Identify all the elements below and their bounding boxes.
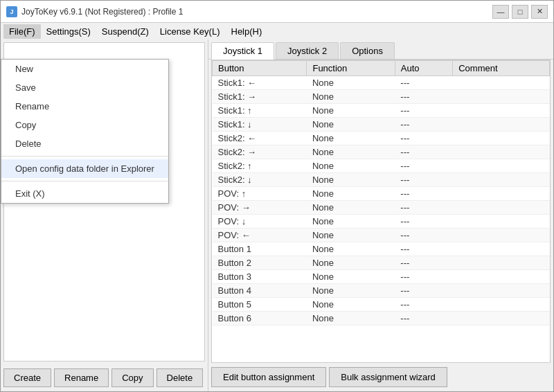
menu-new[interactable]: New bbox=[1, 60, 168, 78]
cell-comment bbox=[453, 242, 550, 256]
cell-auto: --- bbox=[395, 284, 452, 298]
menu-license[interactable]: License Key(L) bbox=[154, 24, 226, 39]
cell-button: Stick2: ↑ bbox=[213, 159, 307, 173]
right-panel: Joystick 1 Joystick 2 Options Button Fun… bbox=[208, 39, 553, 391]
cell-auto: --- bbox=[395, 90, 452, 104]
table-row[interactable]: Button 4None--- bbox=[213, 284, 550, 298]
table-row[interactable]: POV: ↑None--- bbox=[213, 187, 550, 201]
rename-button[interactable]: Rename bbox=[54, 368, 109, 387]
table-row[interactable]: Stick2: ←None--- bbox=[213, 132, 550, 145]
col-header-auto: Auto bbox=[395, 61, 452, 76]
menu-separator-2 bbox=[1, 181, 168, 181]
cell-comment bbox=[453, 187, 550, 201]
create-button[interactable]: Create bbox=[3, 368, 51, 387]
edit-assignment-button[interactable]: Edit button assignment bbox=[211, 367, 326, 387]
tab-joystick1[interactable]: Joystick 1 bbox=[211, 42, 274, 60]
cell-comment bbox=[453, 284, 550, 298]
cell-comment bbox=[453, 90, 550, 104]
file-dropdown-menu: New Save Rename Copy Delete Open config … bbox=[1, 59, 169, 204]
cell-comment bbox=[453, 298, 550, 312]
cell-auto: --- bbox=[395, 298, 452, 312]
cell-function: None bbox=[307, 242, 395, 256]
cell-comment bbox=[453, 104, 550, 118]
cell-comment bbox=[453, 229, 550, 242]
minimize-button[interactable]: — bbox=[492, 5, 509, 19]
cell-button: Stick1: ↑ bbox=[213, 104, 307, 118]
table-row[interactable]: Stick1: ↑None--- bbox=[213, 104, 550, 118]
cell-button: POV: ↓ bbox=[213, 215, 307, 229]
cell-comment bbox=[453, 145, 550, 159]
menu-separator-1 bbox=[1, 156, 168, 157]
cell-button: POV: ← bbox=[213, 229, 307, 242]
cell-function: None bbox=[307, 187, 395, 201]
cell-comment bbox=[453, 270, 550, 284]
tab-joystick2[interactable]: Joystick 2 bbox=[276, 42, 339, 59]
cell-comment bbox=[453, 256, 550, 270]
cell-function: None bbox=[307, 256, 395, 270]
cell-auto: --- bbox=[395, 132, 452, 145]
tabs-bar: Joystick 1 Joystick 2 Options bbox=[208, 39, 553, 60]
menu-settings[interactable]: Settings(S) bbox=[41, 24, 96, 39]
cell-button: Button 3 bbox=[213, 270, 307, 284]
title-bar: J JoyToKey v6.9.1 (Not Registered) : Pro… bbox=[1, 1, 553, 23]
menu-delete[interactable]: Delete bbox=[1, 134, 168, 153]
menu-bar: File(F) Settings(S) Suspend(Z) License K… bbox=[1, 23, 553, 41]
cell-function: None bbox=[307, 215, 395, 229]
menu-help[interactable]: Help(H) bbox=[226, 24, 268, 39]
button-table-container[interactable]: Button Function Auto Comment Stick1: ←No… bbox=[211, 60, 551, 363]
main-window: J JoyToKey v6.9.1 (Not Registered) : Pro… bbox=[0, 0, 554, 392]
cell-auto: --- bbox=[395, 256, 452, 270]
cell-comment bbox=[453, 76, 550, 90]
menu-rename[interactable]: Rename bbox=[1, 97, 168, 116]
table-row[interactable]: POV: ←None--- bbox=[213, 229, 550, 242]
col-header-button: Button bbox=[213, 61, 307, 76]
tab-options[interactable]: Options bbox=[340, 42, 395, 59]
table-row[interactable]: Button 6None--- bbox=[213, 312, 550, 326]
table-row[interactable]: Stick1: ↓None--- bbox=[213, 118, 550, 132]
button-table: Button Function Auto Comment Stick1: ←No… bbox=[212, 60, 550, 326]
cell-function: None bbox=[307, 159, 395, 173]
table-row[interactable]: Button 5None--- bbox=[213, 298, 550, 312]
menu-save[interactable]: Save bbox=[1, 78, 168, 97]
table-row[interactable]: Stick2: →None--- bbox=[213, 145, 550, 159]
title-controls: — □ ✕ bbox=[492, 5, 548, 19]
cell-function: None bbox=[307, 312, 395, 326]
cell-function: None bbox=[307, 284, 395, 298]
table-row[interactable]: POV: →None--- bbox=[213, 201, 550, 215]
cell-button: Button 6 bbox=[213, 312, 307, 326]
cell-function: None bbox=[307, 104, 395, 118]
action-bar: Edit button assignment Bulk assignment w… bbox=[208, 363, 553, 391]
cell-auto: --- bbox=[395, 270, 452, 284]
close-button[interactable]: ✕ bbox=[531, 5, 548, 19]
cell-button: Stick1: → bbox=[213, 90, 307, 104]
cell-button: POV: ↑ bbox=[213, 187, 307, 201]
cell-button: Stick1: ↓ bbox=[213, 118, 307, 132]
cell-button: Button 5 bbox=[213, 298, 307, 312]
cell-function: None bbox=[307, 229, 395, 242]
bulk-wizard-button[interactable]: Bulk assignment wizard bbox=[329, 367, 447, 387]
table-row[interactable]: Stick1: →None--- bbox=[213, 90, 550, 104]
menu-suspend[interactable]: Suspend(Z) bbox=[96, 24, 154, 39]
cell-comment bbox=[453, 215, 550, 229]
cell-button: Stick2: ↓ bbox=[213, 173, 307, 187]
cell-auto: --- bbox=[395, 215, 452, 229]
cell-comment bbox=[453, 173, 550, 187]
table-row[interactable]: Button 3None--- bbox=[213, 270, 550, 284]
table-row[interactable]: Stick2: ↓None--- bbox=[213, 173, 550, 187]
table-row[interactable]: Button 2None--- bbox=[213, 256, 550, 270]
table-row[interactable]: Stick2: ↑None--- bbox=[213, 159, 550, 173]
table-row[interactable]: Stick1: ←None--- bbox=[213, 76, 550, 90]
table-row[interactable]: Button 1None--- bbox=[213, 242, 550, 256]
cell-button: Stick2: ← bbox=[213, 132, 307, 145]
cell-button: Button 1 bbox=[213, 242, 307, 256]
menu-copy[interactable]: Copy bbox=[1, 116, 168, 134]
cell-function: None bbox=[307, 76, 395, 90]
menu-open-config[interactable]: Open config data folder in Explorer bbox=[1, 159, 168, 178]
menu-exit[interactable]: Exit (X) bbox=[1, 184, 168, 203]
menu-file[interactable]: File(F) bbox=[3, 24, 41, 39]
delete-button[interactable]: Delete bbox=[157, 368, 204, 387]
col-header-function: Function bbox=[307, 61, 395, 76]
maximize-button[interactable]: □ bbox=[512, 5, 528, 19]
copy-button[interactable]: Copy bbox=[111, 368, 153, 387]
table-row[interactable]: POV: ↓None--- bbox=[213, 215, 550, 229]
